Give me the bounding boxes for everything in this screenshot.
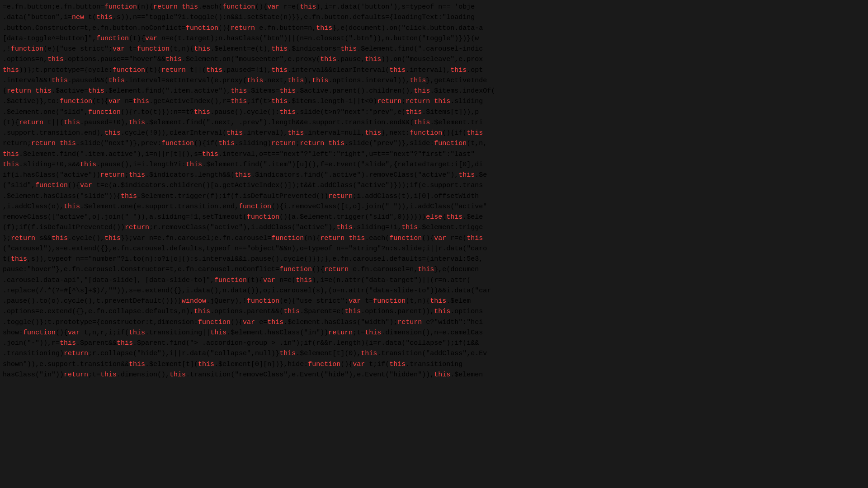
code-line: (t){return t||(this.paused=!0),this.$ele… (3, 117, 865, 128)
code-line: .options=e.extend({},e.fn.collapse.defau… (3, 306, 865, 317)
code-line: .support.transition.end),this.cycle(!0))… (3, 128, 865, 138)
code-line: .join("-")),r=this.$parent&&this.$parent… (3, 338, 865, 348)
code-line: .interval&&!this.paused&&(this.interval=… (3, 75, 865, 86)
code-line: {return this.$active=this.$element.find(… (3, 86, 865, 96)
code-line: ,!function(e){"use strict";var t=functio… (3, 44, 865, 54)
code-line: };return s&&this.cycle(),this}};var n=e.… (3, 233, 865, 244)
code-line: pause:"hover"},e.fn.carousel.Constructor… (3, 264, 865, 275)
code-line: removeClass(["active",o].join(" ")),a.sl… (3, 212, 865, 222)
code-line: shown")),e.support.transition&&this.$ele… (3, 359, 865, 370)
code-line: if(i.hasClass("active"))return;this.$ind… (3, 170, 865, 180)
code-line: show:function(){var t,n,r,i;if(this.tran… (3, 328, 865, 338)
code-line: this.$element.find(".item.active"),i=n||… (3, 149, 865, 160)
code-line: ("slid",function(){var t=e(a.$indicators… (3, 180, 865, 191)
code-line: .replace(/.*(?=#[^\s]+$)/,"")),s=e.exten… (3, 286, 865, 296)
code-line: this.sliding=!0,s&&this.pause(),i=i.leng… (3, 160, 865, 170)
code-line: t(this,s)),typeof n=="number"?i.to(n):o?… (3, 254, 865, 264)
code-line: .pause().to(o).cycle(),t.preventDefault(… (3, 296, 865, 306)
code-line: hasClass("in"))return;t=this.dimension()… (3, 370, 865, 380)
code-line: .data("button",i=new t(this,s)),n=="togg… (3, 12, 865, 23)
code-line: .$element.one("slid",function(){r.to(t)}… (3, 107, 865, 117)
code-line: .button.Constructor=t,e.fn.button.noConf… (3, 23, 865, 33)
code-line: ("carousel"),s=e.extend({},e.fn.carousel… (3, 244, 865, 254)
code-line: .$element.hasClass("slide")){this.$eleme… (3, 191, 865, 202)
code-line: ,i.addClass(o),this.$element.one(e.suppo… (3, 202, 865, 212)
code-line: .toggle()};t.prototype={constructor:t,di… (3, 317, 865, 328)
code-line: .$active)},to:function(t){var n=this.get… (3, 96, 865, 107)
code-line: [data-toggle^=button]",function(t){var n… (3, 33, 865, 44)
code-line: .options=n,this.options.pause=="hover"&&… (3, 54, 865, 65)
code-editor: =e.fn.button;e.fn.button=function(n){ret… (0, 0, 868, 488)
code-line: .transitioning)return;r.collapse("hide")… (3, 348, 865, 359)
code-line: =e.fn.button;e.fn.button=function(n){ret… (3, 2, 865, 12)
code-line: this))};t.prototype={cycle:function(t){r… (3, 65, 865, 75)
code-line: .carousel.data-api","[data-slide], [data… (3, 275, 865, 286)
code-line: return;return this.slide("next")},prev:f… (3, 138, 865, 149)
code-line: (f);if(f.isDefaultPrevented())return;r.r… (3, 222, 865, 233)
